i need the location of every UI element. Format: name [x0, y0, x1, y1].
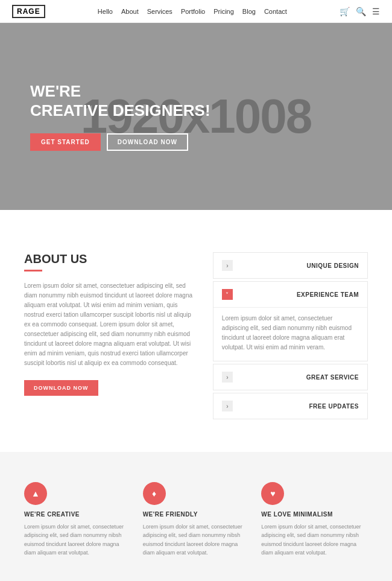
feature-text-1: Lorem ipsum dolor sit amet, consectetuer… — [24, 522, 131, 557]
download-now-button-about[interactable]: DOWNLOAD NOW — [24, 380, 98, 396]
accordion-body-2: Lorem ipsum dolor sit amet, consectetuer… — [213, 307, 367, 361]
nav-item-services[interactable]: Services — [147, 8, 172, 15]
navbar: RAGE Hello About Services Portfolio Pric… — [0, 0, 392, 23]
download-now-button-hero[interactable]: DOWNLOAD NOW — [107, 133, 188, 151]
feature-item-3: ♥ WE LOVE MINIMALISM Lorem ipsum dolor s… — [261, 482, 368, 557]
feature-icon-1: ▲ — [31, 489, 40, 498]
nav-item-about[interactable]: About — [121, 8, 139, 15]
feature-title-2: WE'RE FRIENDLY — [143, 511, 250, 518]
accordion-header-2[interactable]: ˅ EXPERIENCE TEAM — [213, 282, 367, 307]
cart-icon[interactable]: 🛒 — [340, 7, 350, 16]
nav-item-contact[interactable]: Contact — [264, 8, 287, 15]
accordion-item-3: › GREAT SERVICE — [213, 364, 368, 390]
accordion-arrow-2: ˅ — [222, 289, 233, 300]
about-title: ABOUT US — [24, 252, 195, 266]
nav-item-pricing[interactable]: Pricing — [213, 8, 234, 15]
nav-item-portfolio[interactable]: Portfolio — [181, 8, 205, 15]
nav-item-blog[interactable]: Blog — [242, 8, 256, 15]
hero-line2: CREATIVE DESIGNERS! — [30, 101, 362, 120]
about-section: ABOUT US Lorem ipsum dolor sit amet, con… — [0, 222, 392, 452]
accordion-arrow-3: › — [222, 372, 233, 383]
hero-line1: WE'RE — [30, 82, 362, 101]
accordion-item-4: › FREE UPDATES — [213, 393, 368, 419]
hero-headline: WE'RE CREATIVE DESIGNERS! — [30, 82, 362, 119]
get-started-button[interactable]: GET STARTED — [30, 133, 101, 151]
features-grid: ▲ WE'RE CREATIVE Lorem ipsum dolor sit a… — [24, 482, 368, 557]
accordion-label-2: EXPERIENCE TEAM — [297, 291, 359, 298]
accordion-label-3: GREAT SERVICE — [306, 374, 359, 381]
feature-icon-3: ♥ — [270, 489, 275, 498]
navbar-icons: 🛒 🔍 ☰ — [340, 7, 380, 16]
accordion-label-4: FREE UPDATES — [309, 403, 359, 410]
accordion-item-1: › UNIQUE DESIGN — [213, 252, 368, 279]
accordion-header-1[interactable]: › UNIQUE DESIGN — [213, 253, 367, 278]
spacer-1 — [0, 210, 392, 222]
feature-text-2: Lorem ipsum dolor sit amet, consectetuer… — [143, 522, 250, 557]
feature-title-3: WE LOVE MINIMALISM — [261, 511, 368, 518]
about-text: Lorem ipsum dolor sit amet, consectetuer… — [24, 281, 195, 368]
navbar-logo[interactable]: RAGE — [12, 5, 45, 18]
accordion-header-3[interactable]: › GREAT SERVICE — [213, 364, 367, 390]
feature-item-2: ♦ WE'RE FRIENDLY Lorem ipsum dolor sit a… — [143, 482, 250, 557]
about-right: › UNIQUE DESIGN ˅ EXPERIENCE TEAM Lorem … — [213, 252, 368, 422]
accordion-item-2: ˅ EXPERIENCE TEAM Lorem ipsum dolor sit … — [213, 281, 368, 361]
navbar-nav: Hello About Services Portfolio Pricing B… — [98, 8, 287, 15]
feature-text-3: Lorem ipsum dolor sit amet, consectetuer… — [261, 522, 368, 557]
about-title-underline — [24, 270, 42, 271]
feature-item-1: ▲ WE'RE CREATIVE Lorem ipsum dolor sit a… — [24, 482, 131, 557]
about-left: ABOUT US Lorem ipsum dolor sit amet, con… — [24, 252, 195, 422]
search-icon[interactable]: 🔍 — [356, 7, 366, 16]
accordion-header-4[interactable]: › FREE UPDATES — [213, 393, 367, 419]
hero-buttons: GET STARTED DOWNLOAD NOW — [30, 133, 362, 151]
feature-icon-circle-1: ▲ — [24, 482, 47, 505]
hero-section: 1920x1008 WE'RE CREATIVE DESIGNERS! GET … — [0, 23, 392, 210]
feature-icon-2: ♦ — [152, 489, 156, 498]
accordion-arrow-1: › — [222, 260, 233, 271]
feature-icon-circle-3: ♥ — [261, 482, 284, 505]
accordion-arrow-4: › — [222, 401, 233, 411]
feature-title-1: WE'RE CREATIVE — [24, 511, 131, 518]
feature-icon-circle-2: ♦ — [143, 482, 166, 505]
menu-icon[interactable]: ☰ — [372, 7, 380, 16]
features-section: ▲ WE'RE CREATIVE Lorem ipsum dolor sit a… — [0, 452, 392, 581]
accordion-label-1: UNIQUE DESIGN — [306, 262, 359, 269]
nav-item-hello[interactable]: Hello — [98, 8, 113, 15]
